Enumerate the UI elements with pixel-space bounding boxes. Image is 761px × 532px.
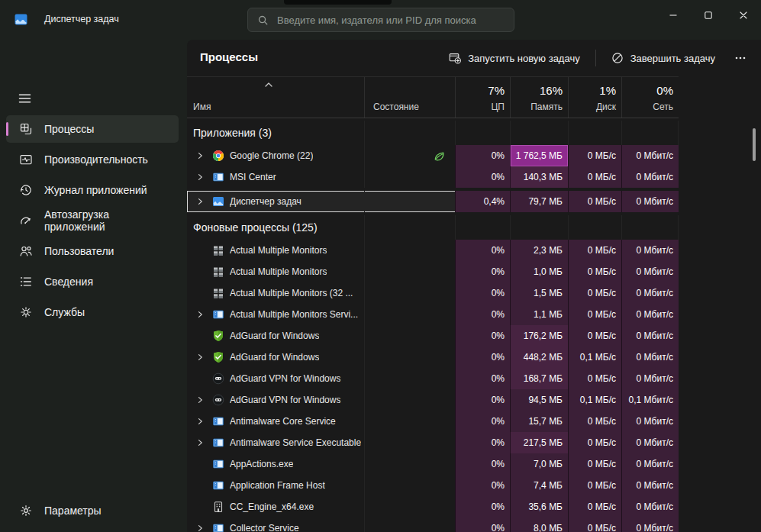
group-row[interactable]: Фоновые процессы (125) <box>187 215 679 240</box>
process-row[interactable]: Actual Multiple Monitors Servi...0%1,1 М… <box>187 304 679 325</box>
memory-value-cell: 176,2 МБ <box>510 325 568 347</box>
window-icon <box>212 522 224 532</box>
sidebar-item-services[interactable]: Службы <box>6 298 179 326</box>
close-button[interactable] <box>726 0 761 31</box>
process-name: Actual Multiple Monitors <box>230 266 327 277</box>
process-row[interactable]: AdGuard VPN for Windows0%168,7 МБ0 МБ/с0… <box>187 368 679 389</box>
memory-value-cell: 217,5 МБ <box>510 432 568 453</box>
column-label-cpu: ЦП <box>491 102 505 112</box>
sidebar-item-label: Пользователи <box>44 245 114 257</box>
process-row[interactable]: AdGuard VPN for Windows0%94,5 МБ0,1 МБ/с… <box>187 389 679 411</box>
building-icon <box>212 501 224 513</box>
process-row[interactable]: AppActions.exe0%7,0 МБ0 МБ/с0 Мбит/с <box>187 453 679 475</box>
process-row[interactable]: AdGuard for Windows0%176,2 МБ0 МБ/с0 Мби… <box>187 325 679 347</box>
window-icon <box>212 171 224 183</box>
expand-chevron-icon[interactable] <box>195 172 205 182</box>
expand-chevron-icon[interactable] <box>195 151 205 160</box>
expand-chevron-icon[interactable] <box>195 524 205 532</box>
process-row[interactable]: Actual Multiple Monitors0%1,0 МБ0 МБ/с0 … <box>187 261 679 282</box>
column-label-disk: Диск <box>596 102 616 112</box>
process-row[interactable]: Actual Multiple Monitors (32 ...0%1,5 МБ… <box>187 282 679 304</box>
process-name: CC_Engine_x64.exe <box>230 501 314 512</box>
process-row[interactable]: Actual Multiple Monitors0%2,3 МБ0 МБ/с0 … <box>187 240 679 261</box>
process-name: Диспетчер задач <box>230 196 301 207</box>
process-row[interactable]: MSI Center0%140,3 МБ0 МБ/с0 Мбит/с <box>187 166 679 188</box>
expand-chevron-icon[interactable] <box>195 197 205 206</box>
sort-ascending-icon <box>263 81 274 89</box>
network-value-cell: 0 Мбит/с <box>621 282 679 304</box>
sidebar-item-performance[interactable]: Производительность <box>6 146 179 173</box>
process-name: Google Chrome (22) <box>230 150 313 161</box>
expand-chevron-icon[interactable] <box>195 353 205 362</box>
process-row[interactable]: AdGuard for Windows0%448,2 МБ0,1 МБ/с0 М… <box>187 347 679 368</box>
memory-value-cell: 8,0 МБ <box>510 517 568 532</box>
process-name: Collector Service <box>230 523 299 532</box>
network-cell <box>621 121 679 145</box>
disk-value-cell: 0 МБ/с <box>568 517 621 532</box>
network-value-cell: 0 Мбит/с <box>621 347 679 368</box>
expand-chevron-icon[interactable] <box>195 438 205 447</box>
menu-toggle-button[interactable] <box>9 87 40 110</box>
adguard-icon <box>212 330 224 342</box>
process-row[interactable]: Application Frame Host0%7,4 МБ0 МБ/с0 Мб… <box>187 475 679 496</box>
network-value-cell: 0 Мбит/с <box>621 325 679 347</box>
status-cell <box>364 215 455 240</box>
expand-chevron-icon[interactable] <box>195 417 205 426</box>
more-options-button[interactable] <box>727 47 753 69</box>
table-header: Имя Состояние 7% ЦП 16% Память 1% Диск 0… <box>187 76 679 118</box>
process-row[interactable]: Диспетчер задач0,4%79,7 МБ0 МБ/с0 Мбит/с <box>187 191 679 212</box>
network-value-cell: 0 Мбит/с <box>621 453 679 475</box>
sidebar-item-startup[interactable]: Автозагрузка приложений <box>6 207 179 234</box>
disk-value-cell: 0,1 МБ/с <box>568 389 621 411</box>
memory-value-cell: 168,7 МБ <box>510 368 568 389</box>
sidebar-item-settings[interactable]: Параметры <box>6 497 179 524</box>
cpu-value-cell: 0,4% <box>455 191 510 212</box>
task-manager-window: Диспетчер задач ПроцессыПроизводительнос… <box>0 0 761 532</box>
end-task-button[interactable]: Завершить задачу <box>604 47 723 69</box>
column-header-status[interactable]: Состояние <box>364 77 455 118</box>
expand-chevron-icon[interactable] <box>195 310 205 319</box>
services-icon <box>19 305 33 319</box>
process-row[interactable]: Google Chrome (22)0%1 762,5 МБ0 МБ/с0 Мб… <box>187 145 679 166</box>
maximize-button[interactable] <box>691 0 726 31</box>
sidebar-item-app-history[interactable]: Журнал приложений <box>6 176 179 204</box>
search-box[interactable] <box>247 8 514 32</box>
cpu-value-cell: 0% <box>455 166 510 188</box>
minimize-button[interactable] <box>656 0 691 31</box>
sidebar-item-users[interactable]: Пользователи <box>6 237 179 265</box>
status-cell <box>364 517 455 532</box>
window-icon <box>212 479 224 492</box>
sidebar-item-label: Сведения <box>44 276 93 288</box>
memory-value-cell: 7,4 МБ <box>510 475 568 496</box>
cpu-value-cell: 0% <box>455 347 510 368</box>
adguard-vpn-icon <box>212 372 224 385</box>
column-header-network[interactable]: 0% Сеть <box>621 77 679 118</box>
search-input[interactable] <box>277 15 506 26</box>
sidebar-item-details[interactable]: Сведения <box>6 268 179 295</box>
cpu-value-cell: 0% <box>455 145 510 166</box>
expand-chevron-icon[interactable] <box>195 395 205 405</box>
process-name: Actual Multiple Monitors <box>230 245 327 256</box>
group-row[interactable]: Приложения (3) <box>187 121 679 145</box>
process-row[interactable]: Antimalware Core Service0%15,7 МБ0 МБ/с0… <box>187 411 679 432</box>
status-cell <box>364 496 455 517</box>
process-row[interactable]: CC_Engine_x64.exe0%35,6 МБ0 МБ/с0 Мбит/с <box>187 496 679 517</box>
cpu-value-cell: 0% <box>455 261 510 282</box>
disk-value-cell: 0 МБ/с <box>568 261 621 282</box>
group-label: Приложения (3) <box>193 127 272 139</box>
memory-value-cell: 2,3 МБ <box>510 240 568 261</box>
column-header-disk[interactable]: 1% Диск <box>568 77 621 118</box>
process-row[interactable]: Collector Service0%8,0 МБ0 МБ/с0 Мбит/с <box>187 517 679 532</box>
column-header-cpu[interactable]: 7% ЦП <box>455 77 510 118</box>
column-header-name[interactable]: Имя <box>187 77 364 118</box>
disk-cell <box>568 121 621 145</box>
vertical-scrollbar-thumb[interactable] <box>753 128 756 161</box>
sidebar-item-processes[interactable]: Процессы <box>6 115 179 143</box>
run-new-task-button[interactable]: Запустить новую задачу <box>441 47 587 69</box>
sidebar: ПроцессыПроизводительностьЖурнал приложе… <box>0 40 185 532</box>
process-row[interactable]: Antimalware Service Executable0%217,5 МБ… <box>187 432 679 453</box>
column-header-memory[interactable]: 16% Память <box>510 77 568 118</box>
process-name: AdGuard for Windows <box>230 330 319 341</box>
amm-icon <box>212 287 224 299</box>
new-task-icon <box>449 52 461 64</box>
